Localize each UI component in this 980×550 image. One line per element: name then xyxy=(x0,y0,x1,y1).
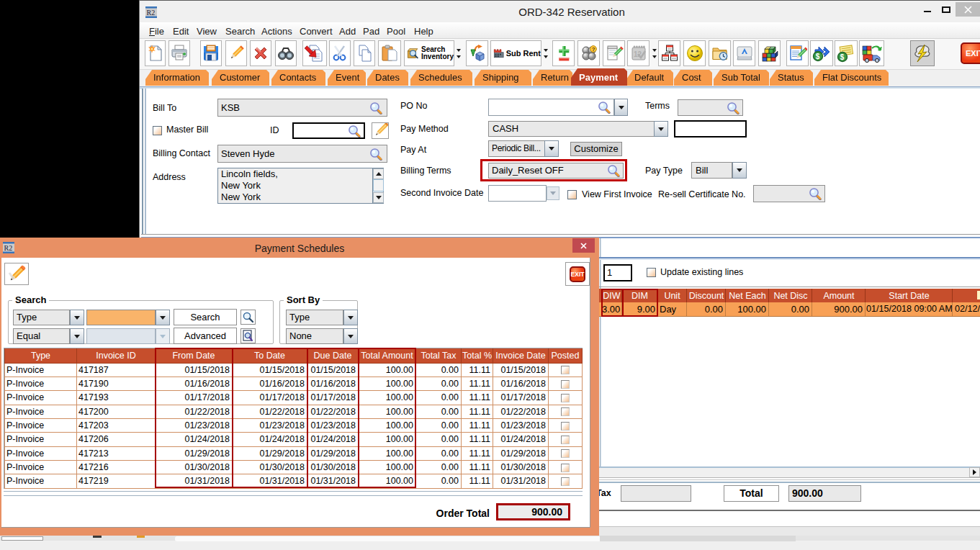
svg-text:$: $ xyxy=(840,53,845,61)
svg-text:$: $ xyxy=(816,53,820,60)
svg-text:?: ? xyxy=(591,46,595,53)
